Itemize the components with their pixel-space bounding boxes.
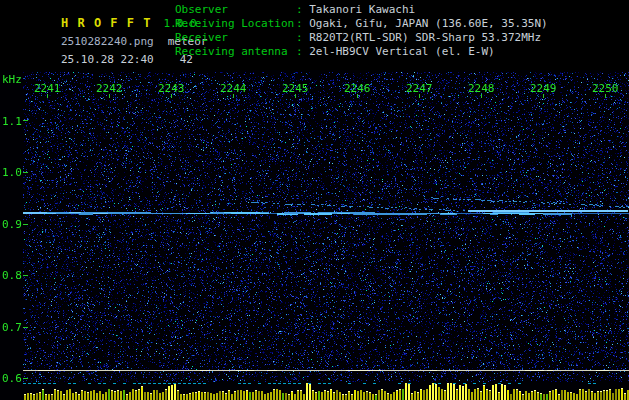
y-axis-tick-label: 1.0 xyxy=(2,166,22,179)
y-axis-tick-label: 1.1 xyxy=(2,115,22,128)
station-info: Observer: Takanori KawachiReceiving Loca… xyxy=(175,3,548,59)
output-filename: 2510282240.png xyxy=(61,35,154,48)
x-axis-tick-label: 2247 xyxy=(406,82,433,95)
y-axis-unit: kHz xyxy=(2,73,22,86)
y-axis-tick-label: 0.7 xyxy=(2,321,22,334)
x-axis-tick-label: 2244 xyxy=(220,82,247,95)
info-value: R820T2(RTL-SDR) SDR-Sharp 53.372MHz xyxy=(309,31,541,44)
x-axis-tick-label: 2242 xyxy=(96,82,123,95)
spectrogram-plot: kHz 1.11.00.90.80.70.6 22412242224322442… xyxy=(0,70,629,400)
info-colon: : xyxy=(296,3,309,16)
info-value: Ogaki, Gifu, JAPAN (136.60E, 35.35N) xyxy=(309,17,547,30)
y-axis-tick-label: 0.6 xyxy=(2,372,22,385)
info-label: Receiver xyxy=(175,31,296,45)
info-label: Observer xyxy=(175,3,296,17)
x-axis-tick-label: 2243 xyxy=(158,82,185,95)
station-info-row: Receiver: R820T2(RTL-SDR) SDR-Sharp 53.3… xyxy=(175,31,548,45)
hrofft-app: H R O F F T1.0.0 2510282240.pngmeteor 25… xyxy=(0,0,629,400)
x-axis-tick-label: 2250 xyxy=(592,82,619,95)
info-label: Receiving Location xyxy=(175,17,296,31)
station-info-row: Observer: Takanori Kawachi xyxy=(175,3,548,17)
info-value: 2el-HB9CV Vertical (el. E-W) xyxy=(309,45,494,58)
x-axis-tick-label: 2241 xyxy=(34,82,61,95)
x-axis-tick-label: 2249 xyxy=(530,82,557,95)
station-info-row: Receiving Location: Ogaki, Gifu, JAPAN (… xyxy=(175,17,548,31)
info-label: Receiving antenna xyxy=(175,45,296,59)
x-axis-tick-label: 2246 xyxy=(344,82,371,95)
y-axis-tick-label: 0.8 xyxy=(2,269,22,282)
y-axis-tick-label: 0.9 xyxy=(2,218,22,231)
info-colon: : xyxy=(296,17,309,30)
datetime: 25.10.28 22:40 xyxy=(61,53,154,66)
spectrogram-canvas xyxy=(0,70,629,400)
info-colon: : xyxy=(296,45,309,58)
x-axis-tick-label: 2245 xyxy=(282,82,309,95)
info-value: Takanori Kawachi xyxy=(309,3,415,16)
x-axis-tick-label: 2248 xyxy=(468,82,495,95)
header: H R O F F T1.0.0 2510282240.pngmeteor 25… xyxy=(0,0,629,70)
info-colon: : xyxy=(296,31,309,44)
app-title: H R O F F T xyxy=(61,16,151,30)
station-info-row: Receiving antenna: 2el-HB9CV Vertical (e… xyxy=(175,45,548,59)
